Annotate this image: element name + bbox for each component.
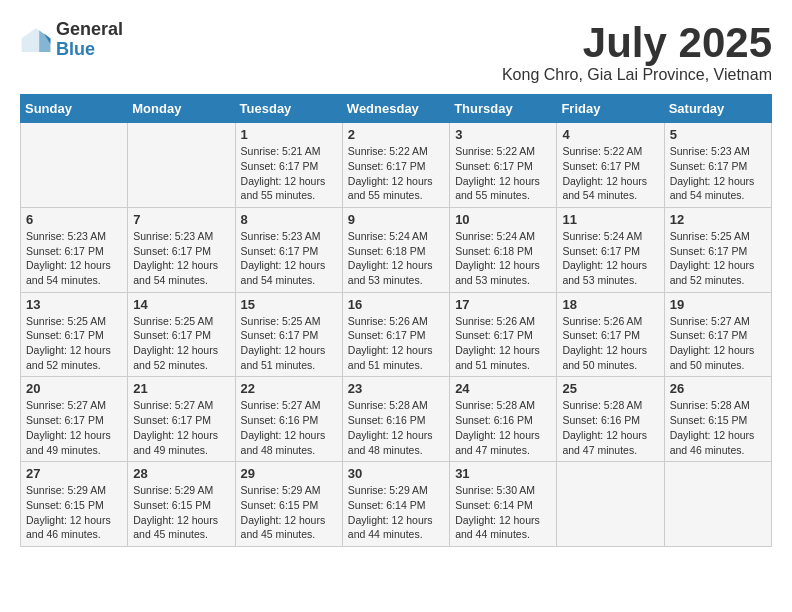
- calendar-cell: 27Sunrise: 5:29 AM Sunset: 6:15 PM Dayli…: [21, 462, 128, 547]
- weekday-header: Wednesday: [342, 95, 449, 123]
- day-number: 13: [26, 297, 122, 312]
- calendar-cell: [128, 123, 235, 208]
- calendar-cell: 29Sunrise: 5:29 AM Sunset: 6:15 PM Dayli…: [235, 462, 342, 547]
- weekday-header-row: SundayMondayTuesdayWednesdayThursdayFrid…: [21, 95, 772, 123]
- day-info: Sunrise: 5:22 AM Sunset: 6:17 PM Dayligh…: [455, 144, 551, 203]
- calendar-cell: 16Sunrise: 5:26 AM Sunset: 6:17 PM Dayli…: [342, 292, 449, 377]
- day-number: 31: [455, 466, 551, 481]
- calendar-cell: 15Sunrise: 5:25 AM Sunset: 6:17 PM Dayli…: [235, 292, 342, 377]
- day-number: 11: [562, 212, 658, 227]
- day-info: Sunrise: 5:29 AM Sunset: 6:14 PM Dayligh…: [348, 483, 444, 542]
- calendar-cell: 6Sunrise: 5:23 AM Sunset: 6:17 PM Daylig…: [21, 207, 128, 292]
- day-info: Sunrise: 5:29 AM Sunset: 6:15 PM Dayligh…: [241, 483, 337, 542]
- calendar-cell: 13Sunrise: 5:25 AM Sunset: 6:17 PM Dayli…: [21, 292, 128, 377]
- day-info: Sunrise: 5:23 AM Sunset: 6:17 PM Dayligh…: [26, 229, 122, 288]
- calendar-cell: [21, 123, 128, 208]
- calendar-cell: 30Sunrise: 5:29 AM Sunset: 6:14 PM Dayli…: [342, 462, 449, 547]
- day-info: Sunrise: 5:29 AM Sunset: 6:15 PM Dayligh…: [133, 483, 229, 542]
- day-info: Sunrise: 5:24 AM Sunset: 6:18 PM Dayligh…: [348, 229, 444, 288]
- calendar-week-row: 20Sunrise: 5:27 AM Sunset: 6:17 PM Dayli…: [21, 377, 772, 462]
- day-info: Sunrise: 5:27 AM Sunset: 6:16 PM Dayligh…: [241, 398, 337, 457]
- day-number: 9: [348, 212, 444, 227]
- weekday-header: Friday: [557, 95, 664, 123]
- day-number: 28: [133, 466, 229, 481]
- calendar-cell: [664, 462, 771, 547]
- logo-text: General Blue: [56, 20, 123, 60]
- day-number: 19: [670, 297, 766, 312]
- logo: General Blue: [20, 20, 123, 60]
- calendar-cell: 1Sunrise: 5:21 AM Sunset: 6:17 PM Daylig…: [235, 123, 342, 208]
- day-number: 2: [348, 127, 444, 142]
- calendar-cell: 8Sunrise: 5:23 AM Sunset: 6:17 PM Daylig…: [235, 207, 342, 292]
- calendar-week-row: 6Sunrise: 5:23 AM Sunset: 6:17 PM Daylig…: [21, 207, 772, 292]
- day-info: Sunrise: 5:23 AM Sunset: 6:17 PM Dayligh…: [670, 144, 766, 203]
- day-number: 3: [455, 127, 551, 142]
- calendar-cell: 7Sunrise: 5:23 AM Sunset: 6:17 PM Daylig…: [128, 207, 235, 292]
- day-number: 26: [670, 381, 766, 396]
- calendar-cell: 18Sunrise: 5:26 AM Sunset: 6:17 PM Dayli…: [557, 292, 664, 377]
- calendar-table: SundayMondayTuesdayWednesdayThursdayFrid…: [20, 94, 772, 547]
- day-number: 30: [348, 466, 444, 481]
- calendar-cell: 22Sunrise: 5:27 AM Sunset: 6:16 PM Dayli…: [235, 377, 342, 462]
- day-number: 8: [241, 212, 337, 227]
- day-info: Sunrise: 5:23 AM Sunset: 6:17 PM Dayligh…: [241, 229, 337, 288]
- calendar-cell: 20Sunrise: 5:27 AM Sunset: 6:17 PM Dayli…: [21, 377, 128, 462]
- day-info: Sunrise: 5:27 AM Sunset: 6:17 PM Dayligh…: [133, 398, 229, 457]
- weekday-header: Tuesday: [235, 95, 342, 123]
- calendar-cell: 26Sunrise: 5:28 AM Sunset: 6:15 PM Dayli…: [664, 377, 771, 462]
- weekday-header: Sunday: [21, 95, 128, 123]
- month-title: July 2025: [502, 20, 772, 66]
- calendar-cell: 17Sunrise: 5:26 AM Sunset: 6:17 PM Dayli…: [450, 292, 557, 377]
- calendar-cell: [557, 462, 664, 547]
- day-number: 10: [455, 212, 551, 227]
- day-number: 23: [348, 381, 444, 396]
- day-number: 22: [241, 381, 337, 396]
- day-info: Sunrise: 5:22 AM Sunset: 6:17 PM Dayligh…: [348, 144, 444, 203]
- calendar-cell: 19Sunrise: 5:27 AM Sunset: 6:17 PM Dayli…: [664, 292, 771, 377]
- logo-icon: [20, 24, 52, 56]
- page-header: General Blue July 2025 Kong Chro, Gia La…: [20, 20, 772, 84]
- day-number: 16: [348, 297, 444, 312]
- day-info: Sunrise: 5:27 AM Sunset: 6:17 PM Dayligh…: [670, 314, 766, 373]
- day-number: 15: [241, 297, 337, 312]
- calendar-week-row: 27Sunrise: 5:29 AM Sunset: 6:15 PM Dayli…: [21, 462, 772, 547]
- calendar-cell: 9Sunrise: 5:24 AM Sunset: 6:18 PM Daylig…: [342, 207, 449, 292]
- day-number: 1: [241, 127, 337, 142]
- calendar-cell: 24Sunrise: 5:28 AM Sunset: 6:16 PM Dayli…: [450, 377, 557, 462]
- day-number: 25: [562, 381, 658, 396]
- day-number: 7: [133, 212, 229, 227]
- day-info: Sunrise: 5:24 AM Sunset: 6:18 PM Dayligh…: [455, 229, 551, 288]
- day-number: 17: [455, 297, 551, 312]
- calendar-cell: 23Sunrise: 5:28 AM Sunset: 6:16 PM Dayli…: [342, 377, 449, 462]
- day-info: Sunrise: 5:25 AM Sunset: 6:17 PM Dayligh…: [241, 314, 337, 373]
- weekday-header: Saturday: [664, 95, 771, 123]
- day-number: 18: [562, 297, 658, 312]
- weekday-header: Monday: [128, 95, 235, 123]
- day-info: Sunrise: 5:30 AM Sunset: 6:14 PM Dayligh…: [455, 483, 551, 542]
- calendar-cell: 21Sunrise: 5:27 AM Sunset: 6:17 PM Dayli…: [128, 377, 235, 462]
- title-block: July 2025 Kong Chro, Gia Lai Province, V…: [502, 20, 772, 84]
- weekday-header: Thursday: [450, 95, 557, 123]
- calendar-week-row: 1Sunrise: 5:21 AM Sunset: 6:17 PM Daylig…: [21, 123, 772, 208]
- day-info: Sunrise: 5:24 AM Sunset: 6:17 PM Dayligh…: [562, 229, 658, 288]
- day-number: 29: [241, 466, 337, 481]
- day-info: Sunrise: 5:25 AM Sunset: 6:17 PM Dayligh…: [133, 314, 229, 373]
- calendar-cell: 14Sunrise: 5:25 AM Sunset: 6:17 PM Dayli…: [128, 292, 235, 377]
- location-title: Kong Chro, Gia Lai Province, Vietnam: [502, 66, 772, 84]
- day-info: Sunrise: 5:25 AM Sunset: 6:17 PM Dayligh…: [26, 314, 122, 373]
- day-number: 4: [562, 127, 658, 142]
- day-info: Sunrise: 5:27 AM Sunset: 6:17 PM Dayligh…: [26, 398, 122, 457]
- day-number: 27: [26, 466, 122, 481]
- calendar-cell: 4Sunrise: 5:22 AM Sunset: 6:17 PM Daylig…: [557, 123, 664, 208]
- day-info: Sunrise: 5:28 AM Sunset: 6:15 PM Dayligh…: [670, 398, 766, 457]
- calendar-cell: 5Sunrise: 5:23 AM Sunset: 6:17 PM Daylig…: [664, 123, 771, 208]
- day-info: Sunrise: 5:26 AM Sunset: 6:17 PM Dayligh…: [348, 314, 444, 373]
- calendar-cell: 3Sunrise: 5:22 AM Sunset: 6:17 PM Daylig…: [450, 123, 557, 208]
- day-info: Sunrise: 5:22 AM Sunset: 6:17 PM Dayligh…: [562, 144, 658, 203]
- day-number: 6: [26, 212, 122, 227]
- calendar-cell: 2Sunrise: 5:22 AM Sunset: 6:17 PM Daylig…: [342, 123, 449, 208]
- calendar-week-row: 13Sunrise: 5:25 AM Sunset: 6:17 PM Dayli…: [21, 292, 772, 377]
- calendar-cell: 31Sunrise: 5:30 AM Sunset: 6:14 PM Dayli…: [450, 462, 557, 547]
- day-info: Sunrise: 5:25 AM Sunset: 6:17 PM Dayligh…: [670, 229, 766, 288]
- day-info: Sunrise: 5:28 AM Sunset: 6:16 PM Dayligh…: [455, 398, 551, 457]
